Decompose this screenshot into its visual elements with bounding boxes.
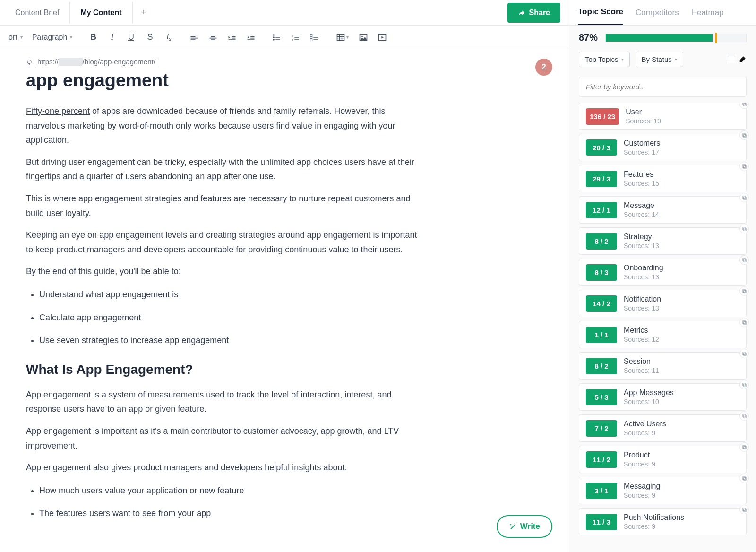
- topic-badge: 7 / 2: [586, 420, 617, 437]
- keyword-filter-input[interactable]: [579, 77, 746, 96]
- topic-card[interactable]: 29 / 3FeaturesSources: 15: [579, 165, 747, 192]
- topic-badge: 29 / 3: [586, 171, 617, 187]
- score-target-marker: [715, 33, 717, 43]
- copy-icon[interactable]: [739, 103, 749, 109]
- topic-card[interactable]: 14 / 2NotificationSources: 13: [579, 290, 747, 317]
- indent-button[interactable]: [223, 29, 241, 46]
- share-icon: [518, 9, 525, 17]
- svg-rect-36: [742, 445, 745, 448]
- topic-card[interactable]: 8 / 3OnboardingSources: 13: [579, 259, 747, 286]
- page-title[interactable]: app engagement: [26, 70, 543, 91]
- list-item[interactable]: The features users want to see from your…: [39, 506, 431, 521]
- tab-my-content[interactable]: My Content: [70, 2, 132, 24]
- clear-format-button[interactable]: Ix: [160, 29, 177, 46]
- svg-rect-31: [743, 384, 746, 387]
- align-center-button[interactable]: [205, 29, 222, 46]
- image-button[interactable]: [355, 29, 372, 46]
- bullet-list-button[interactable]: [268, 29, 285, 46]
- topic-badge: 8 / 2: [586, 358, 617, 374]
- list-item[interactable]: How much users value your application or…: [39, 483, 431, 498]
- list-item[interactable]: Understand what app engagement is: [39, 287, 431, 302]
- tab-heatmap[interactable]: Heatmap: [691, 1, 724, 25]
- bold-button[interactable]: B: [85, 29, 102, 46]
- topic-sources: Sources: 9: [624, 492, 660, 499]
- top-topics-select[interactable]: Top Topics▾: [579, 52, 630, 67]
- topic-sources: Sources: 9: [624, 429, 666, 437]
- svg-rect-20: [742, 196, 745, 198]
- topic-card[interactable]: 12 / 1MessageSources: 14: [579, 196, 747, 224]
- topic-badge: 3 / 1: [586, 483, 617, 499]
- svg-rect-33: [743, 415, 746, 418]
- topic-card[interactable]: 3 / 1MessagingSources: 9: [579, 477, 747, 504]
- copy-icon[interactable]: [739, 255, 749, 265]
- revision-badge[interactable]: 2: [535, 59, 552, 76]
- copy-icon[interactable]: [739, 318, 749, 327]
- video-button[interactable]: [374, 29, 391, 46]
- copy-icon[interactable]: [739, 193, 749, 202]
- share-button[interactable]: Share: [507, 3, 560, 23]
- topic-name: Push Notifications: [624, 513, 684, 522]
- tab-content-brief[interactable]: Content Brief: [5, 2, 70, 24]
- copy-icon[interactable]: [739, 442, 749, 452]
- tab-competitors[interactable]: Competitors: [636, 1, 679, 25]
- outdent-button[interactable]: [242, 29, 259, 46]
- add-tab-button[interactable]: +: [133, 1, 155, 24]
- topic-sources: Sources: 11: [624, 367, 659, 374]
- topic-card[interactable]: 7 / 2Active UsersSources: 9: [579, 414, 747, 442]
- copy-icon[interactable]: [739, 411, 749, 421]
- table-button[interactable]: ▾: [331, 29, 353, 46]
- topic-card[interactable]: 11 / 3Push NotificationsSources: 9: [579, 508, 747, 535]
- highlight-checkbox[interactable]: [728, 56, 735, 63]
- svg-rect-37: [743, 477, 746, 480]
- url-link[interactable]: https://████/blog/app-engagement/: [37, 58, 155, 66]
- topic-card[interactable]: 20 / 3CustomersSources: 17: [579, 134, 747, 161]
- topic-badge: 11 / 3: [586, 514, 617, 530]
- italic-button[interactable]: I: [103, 29, 120, 46]
- topic-card[interactable]: 8 / 2SessionSources: 11: [579, 352, 747, 380]
- topic-card[interactable]: 11 / 2ProductSources: 9: [579, 446, 747, 473]
- copy-icon[interactable]: [739, 505, 749, 514]
- filters-row: Top Topics▾ By Status▾: [569, 50, 756, 74]
- list-item[interactable]: Use seven strategies to increase app eng…: [39, 333, 431, 348]
- checklist-button[interactable]: [306, 29, 323, 46]
- topic-sources: Sources: 14: [624, 211, 659, 218]
- topic-card[interactable]: 136 / 23UserSources: 19: [579, 103, 747, 130]
- topic-card[interactable]: 5 / 3App MessagesSources: 10: [579, 383, 747, 411]
- copy-icon[interactable]: [739, 162, 749, 171]
- keyword-filter: [579, 77, 747, 97]
- align-left-button[interactable]: [186, 29, 203, 46]
- format-select-2[interactable]: Paragraph▾: [28, 30, 77, 44]
- topic-card[interactable]: 8 / 2StrategySources: 13: [579, 227, 747, 255]
- heading-2[interactable]: What Is App Engagement?: [26, 362, 543, 377]
- tab-topic-score[interactable]: Topic Score: [578, 0, 623, 25]
- copy-icon[interactable]: [739, 286, 749, 296]
- copy-icon[interactable]: [739, 130, 749, 140]
- content-body[interactable]: Fifty-one percent of apps are downloaded…: [26, 104, 543, 521]
- topic-name: Features: [624, 170, 659, 179]
- url-bar: https://████/blog/app-engagement/: [26, 58, 543, 66]
- number-list-button[interactable]: 123: [287, 29, 304, 46]
- underline-button[interactable]: U: [122, 29, 139, 46]
- topic-name: Message: [624, 201, 659, 210]
- copy-icon[interactable]: [739, 224, 749, 233]
- write-button[interactable]: Write: [497, 515, 552, 538]
- by-status-select[interactable]: By Status▾: [636, 52, 683, 67]
- copy-icon[interactable]: [739, 380, 749, 389]
- svg-rect-27: [743, 321, 746, 324]
- list-item[interactable]: Calculate app engagement: [39, 310, 431, 325]
- topic-sources: Sources: 17: [624, 148, 660, 156]
- svg-rect-16: [742, 133, 745, 136]
- editor-area[interactable]: https://████/blog/app-engagement/ 2 app …: [0, 49, 569, 552]
- topic-badge: 12 / 1: [586, 202, 617, 218]
- svg-rect-15: [743, 134, 746, 137]
- format-select-1[interactable]: ort▾: [5, 30, 26, 44]
- svg-rect-39: [743, 509, 746, 511]
- copy-icon[interactable]: [739, 349, 749, 358]
- topic-badge: 20 / 3: [586, 139, 617, 156]
- svg-rect-24: [742, 258, 745, 261]
- topic-sources: Sources: 10: [624, 398, 674, 405]
- refresh-icon[interactable]: [26, 59, 33, 65]
- strike-button[interactable]: S: [141, 29, 158, 46]
- copy-icon[interactable]: [739, 474, 749, 483]
- topic-card[interactable]: 1 / 1MetricsSources: 12: [579, 321, 747, 348]
